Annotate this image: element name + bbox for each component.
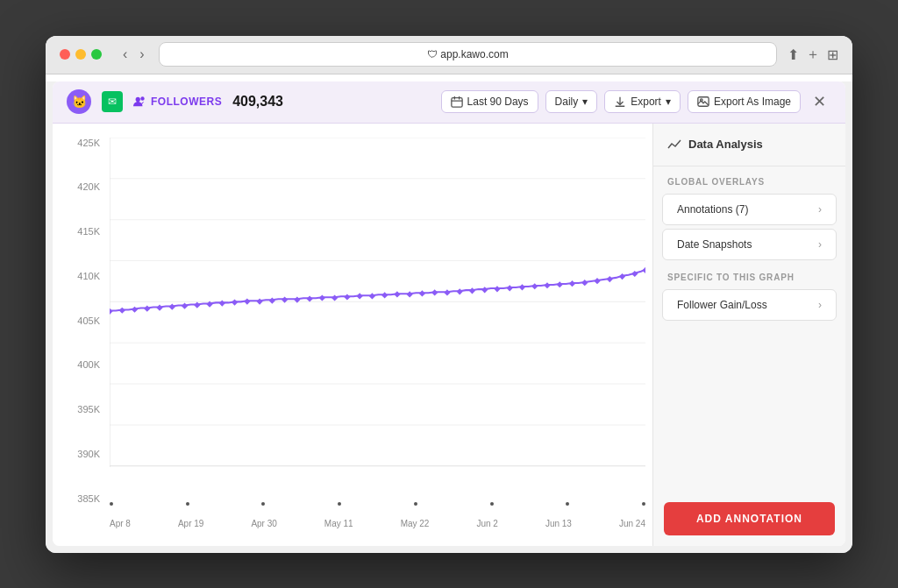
svg-rect-25 (194, 301, 200, 308)
export-image-button[interactable]: Export As Image (688, 90, 801, 113)
svg-rect-46 (457, 288, 463, 294)
svg-rect-42 (407, 291, 413, 297)
x-dot (414, 502, 417, 506)
x-label-apr8: Apr 8 (110, 519, 131, 528)
y-label-420k: 420K (77, 181, 100, 192)
svg-rect-54 (557, 281, 563, 287)
svg-rect-20 (132, 306, 138, 312)
x-label-jun24: Jun 24 (619, 519, 645, 528)
shield-icon: 🛡 (427, 48, 438, 60)
followers-label: FOLLOWERS (133, 96, 222, 108)
svg-rect-61 (642, 266, 645, 273)
new-tab-button[interactable]: ＋ (806, 46, 820, 64)
svg-rect-57 (594, 278, 600, 284)
svg-rect-29 (244, 298, 250, 304)
svg-rect-56 (581, 280, 588, 286)
app-content: 🐱 ✉ FOLLOWERS 409,343 (46, 81, 852, 553)
interval-button[interactable]: Daily ▾ (545, 90, 598, 113)
svg-rect-49 (494, 286, 500, 292)
follower-gain-loss-item[interactable]: Follower Gain/Loss › (662, 289, 837, 321)
svg-rect-35 (319, 294, 325, 301)
svg-rect-30 (256, 298, 262, 304)
date-snapshots-chevron-icon: › (818, 238, 822, 251)
browser-chrome: ‹ › 🛡 app.kawo.com ⬆ ＋ ⊞ (46, 36, 852, 74)
close-traffic-light[interactable] (60, 49, 70, 60)
chart-svg (110, 138, 645, 468)
browser-nav: ‹ › (119, 45, 148, 64)
svg-rect-34 (307, 295, 313, 301)
svg-rect-28 (232, 299, 238, 305)
svg-rect-21 (144, 305, 150, 311)
export-button[interactable]: Export ▾ (604, 90, 681, 113)
data-analysis-label: Data Analysis (688, 138, 763, 151)
close-button[interactable]: ✕ (808, 90, 831, 113)
date-snapshots-label: Date Snapshots (677, 238, 752, 251)
address-bar[interactable]: 🛡 app.kawo.com (159, 42, 777, 67)
annotations-item[interactable]: Annotations (7) › (662, 194, 837, 225)
svg-rect-2 (451, 98, 461, 108)
image-icon (697, 96, 709, 108)
svg-rect-59 (619, 273, 625, 279)
svg-rect-23 (169, 303, 175, 309)
svg-rect-31 (269, 297, 275, 303)
x-axis-dots (110, 504, 645, 506)
svg-point-0 (136, 97, 140, 102)
svg-rect-22 (156, 304, 162, 310)
minimize-traffic-light[interactable] (75, 49, 86, 60)
annotations-chevron-icon: › (818, 203, 822, 216)
x-axis: Apr 8 Apr 19 Apr 30 May 11 May 22 Jun 2 … (110, 519, 645, 528)
date-snapshots-item[interactable]: Date Snapshots › (662, 229, 837, 260)
header-controls: Last 90 Days Daily ▾ Export ▾ (441, 90, 831, 113)
share-button[interactable]: ⬆ (788, 46, 799, 63)
panel-body: 425K 420K 415K 410K 405K 400K 395K 390K … (53, 124, 845, 546)
svg-rect-38 (357, 293, 363, 299)
follower-gain-loss-label: Follower Gain/Loss (677, 299, 767, 311)
main-panel: 🐱 ✉ FOLLOWERS 409,343 (53, 81, 845, 546)
svg-rect-53 (544, 282, 550, 288)
annotations-label: Annotations (7) (677, 203, 748, 216)
svg-rect-50 (507, 285, 513, 291)
svg-rect-44 (431, 289, 438, 295)
y-label-405k: 405K (77, 315, 100, 326)
specific-section-label: SPECIFIC TO THIS GRAPH (653, 262, 845, 287)
y-label-390k: 390K (77, 449, 100, 459)
forward-button[interactable]: › (136, 45, 147, 64)
back-button[interactable]: ‹ (119, 45, 131, 64)
x-label-apr19: Apr 19 (178, 519, 203, 528)
svg-rect-51 (519, 284, 525, 290)
svg-rect-47 (469, 287, 475, 294)
x-label-may22: May 22 (401, 519, 430, 528)
followers-icon (133, 96, 146, 108)
y-axis: 425K 420K 415K 410K 405K 400K 395K 390K … (60, 138, 103, 504)
svg-rect-60 (631, 270, 638, 276)
data-analysis-header: Data Analysis (653, 124, 845, 166)
follower-gain-loss-chevron-icon: › (818, 299, 822, 311)
x-label-may11: May 11 (324, 519, 353, 528)
calendar-icon (451, 96, 463, 108)
svg-rect-55 (569, 280, 575, 287)
svg-rect-58 (607, 276, 613, 282)
svg-rect-39 (369, 293, 375, 299)
browser-actions: ⬆ ＋ ⊞ (788, 46, 838, 64)
svg-point-1 (140, 96, 144, 100)
add-annotation-button[interactable]: ADD ANNOTATION (664, 502, 835, 535)
x-dot (490, 502, 494, 506)
avatar: 🐱 (67, 89, 91, 114)
grid-button[interactable]: ⊞ (827, 46, 838, 63)
svg-rect-36 (331, 294, 338, 301)
panel-header: 🐱 ✉ FOLLOWERS 409,343 (53, 81, 845, 124)
svg-rect-19 (119, 307, 125, 313)
x-dot (566, 502, 569, 506)
svg-rect-18 (110, 308, 113, 314)
y-label-385k: 385K (77, 493, 100, 504)
fullscreen-traffic-light[interactable] (91, 49, 102, 60)
x-label-jun13: Jun 13 (545, 519, 572, 528)
x-dot (642, 502, 645, 506)
y-label-395k: 395K (77, 404, 100, 414)
x-dot (110, 502, 113, 506)
x-label-jun2: Jun 2 (476, 519, 497, 528)
y-label-425k: 425K (77, 138, 100, 148)
svg-rect-40 (381, 292, 388, 298)
date-range-button[interactable]: Last 90 Days (441, 90, 538, 113)
svg-rect-45 (444, 289, 450, 295)
